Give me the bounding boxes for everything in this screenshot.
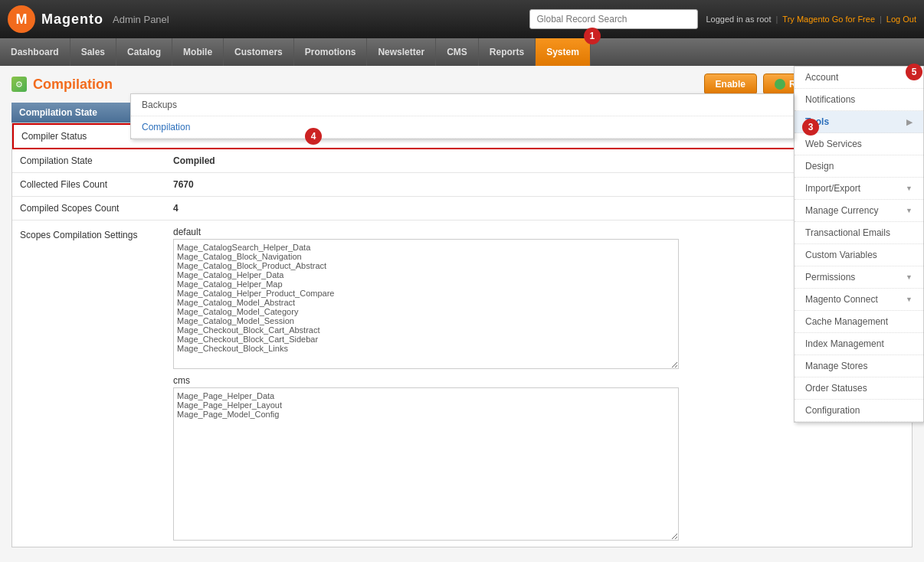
dropdown-importexport[interactable]: Import/Export ▼ (795, 178, 923, 200)
dropdown-managestores[interactable]: Manage Stores (795, 355, 923, 377)
dropdown-account[interactable]: Account (795, 67, 923, 89)
compilation-state-row: Compilation State Compiled (12, 149, 912, 173)
nav-item-customers[interactable]: Customers (224, 38, 294, 66)
try-link[interactable]: Try Magento Go for Free (782, 15, 875, 24)
page-title-icon: ⚙ (11, 77, 27, 92)
dropdown-design[interactable]: Design (795, 155, 923, 178)
dropdown-customvariables[interactable]: Custom Variables (795, 244, 923, 266)
dropdown-magentoconnect[interactable]: Magento Connect ▼ (795, 289, 923, 311)
nav-item-dashboard[interactable]: Dashboard (0, 38, 70, 66)
page-header: ⚙ Compilation Enable Run Compilation Pro… (11, 74, 913, 95)
dropdown-notifications[interactable]: Notifications (795, 89, 923, 111)
login-text: Logged in as root (706, 15, 771, 24)
dropdown-configuration[interactable]: Configuration (795, 400, 923, 422)
nav-item-newsletter[interactable]: Newsletter (367, 38, 436, 66)
nav-item-system[interactable]: System 1 (536, 38, 591, 66)
submenu-backups[interactable]: Backups (131, 94, 793, 116)
annotation-4: 4 (305, 128, 322, 145)
page-title-area: ⚙ Compilation (11, 77, 113, 93)
state-value: Compiled (165, 149, 223, 172)
submenu-compilation[interactable]: Compilation 3 (131, 116, 793, 139)
default-scope-textarea[interactable]: Mage_CatalogSearch_Helper_Data Mage_Cata… (173, 239, 679, 369)
dropdown-cachemanagement[interactable]: Cache Management (795, 311, 923, 333)
nav-item-sales[interactable]: Sales (70, 38, 116, 66)
nav-item-reports[interactable]: Reports (479, 38, 536, 66)
dropdown-webservices[interactable]: Web Services (795, 133, 923, 155)
dropdown-indexmanagement[interactable]: Index Management (795, 333, 923, 355)
nav-bar: Dashboard Sales Catalog Mobile Customers… (0, 38, 924, 66)
dropdown-transactionalemails[interactable]: Transactional Emails (795, 222, 923, 244)
nav-item-catalog[interactable]: Catalog (116, 38, 172, 66)
compilation-info-table: Compiler Status Disabled 4 Compilation S… (11, 123, 913, 547)
nav-item-cms[interactable]: CMS (436, 38, 479, 66)
settings-label: Scopes Compilation Settings (12, 224, 165, 247)
cms-scope-textarea[interactable]: Mage_Page_Helper_Data Mage_Page_Helper_L… (173, 387, 679, 541)
nav-item-mobile[interactable]: Mobile (172, 38, 224, 66)
scopes-label: Compiled Scopes Count (12, 197, 165, 220)
scopes-row: Compiled Scopes Count 4 (12, 197, 912, 221)
dropdown-managecurrency[interactable]: Manage Currency ▼ (795, 200, 923, 222)
header-right: Logged in as root | Try Magento Go for F… (529, 9, 916, 29)
state-label: Compilation State (12, 149, 165, 172)
settings-row: Scopes Compilation Settings default Mage… (12, 221, 912, 547)
nav-item-promotions[interactable]: Promotions (294, 38, 368, 66)
annotation-5: 5 (906, 64, 922, 80)
annotation-1: 1 (584, 28, 601, 44)
logo-area: M Magento Admin Panel (8, 5, 169, 33)
enable-button[interactable]: Enable (704, 74, 757, 95)
tools-submenu: Backups Compilation 3 (130, 93, 794, 139)
dropdown-orderstatuses[interactable]: Order Statuses (795, 377, 923, 400)
files-value: 7670 (165, 173, 202, 196)
header-links: Logged in as root | Try Magento Go for F… (706, 15, 916, 24)
header: M Magento Admin Panel Logged in as root … (0, 0, 924, 38)
logout-link[interactable]: Log Out (886, 15, 916, 24)
page-title: Compilation (33, 77, 113, 93)
dropdown-permissions[interactable]: Permissions ▼ (795, 266, 923, 289)
logo-sub: Admin Panel (113, 14, 169, 25)
search-input[interactable] (529, 9, 698, 29)
logo-icon: M (8, 5, 35, 33)
annotation-3: 3 (802, 119, 819, 136)
scopes-value: 4 (165, 197, 186, 220)
files-label: Collected Files Count (12, 173, 165, 196)
files-row: Collected Files Count 7670 (12, 173, 912, 197)
logo-text: Magento (41, 11, 103, 28)
